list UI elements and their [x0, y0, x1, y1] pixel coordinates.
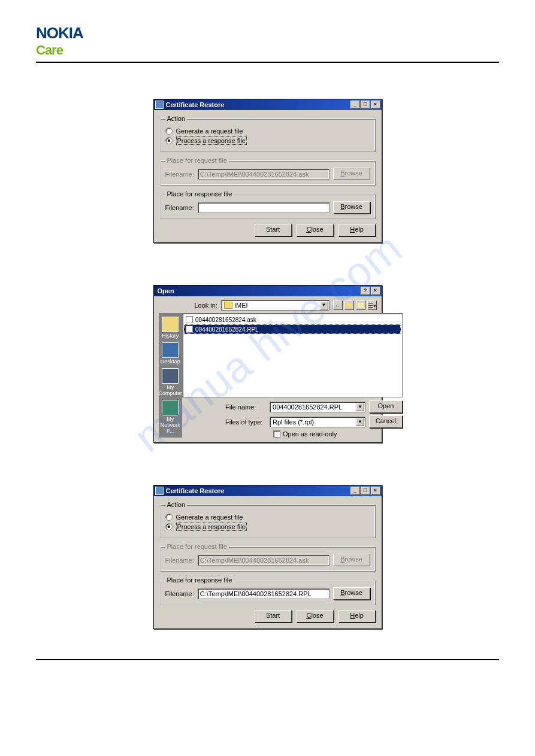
certificate-restore-dialog-2: Certificate Restore _ □ × Action Generat… — [153, 485, 382, 629]
request-filename-label: Filename: — [165, 557, 194, 564]
radio-process-label: Process a response file — [176, 136, 247, 145]
radio-generate-row[interactable]: Generate a request file — [165, 127, 370, 135]
request-legend: Place for request file — [165, 157, 229, 164]
request-file-group: Place for request file Filename: C:\Temp… — [160, 157, 376, 186]
chevron-down-icon[interactable]: ▼ — [356, 418, 364, 426]
network-icon — [162, 400, 179, 415]
certificate-restore-dialog-1: Certificate Restore _ □ × Action Generat… — [153, 99, 382, 243]
response-browse-button[interactable]: Browse — [333, 587, 370, 600]
action-group: Action Generate a request file Process a… — [160, 115, 376, 152]
my-computer-icon — [162, 368, 179, 384]
response-browse-button[interactable]: Browse — [333, 201, 370, 214]
dialog-title: Open — [155, 287, 361, 294]
readonly-checkbox[interactable] — [273, 430, 280, 438]
file-list[interactable]: 004400281652824.ask 004400281652824.RPL — [182, 313, 403, 397]
request-legend: Place for request file — [165, 543, 229, 550]
dialog-title: Certificate Restore — [166, 487, 350, 494]
radio-generate[interactable] — [165, 127, 173, 135]
filetype-combo[interactable]: Rpl files (*.rpl) ▼ — [270, 417, 365, 427]
minimize-button[interactable]: _ — [350, 101, 360, 109]
file-item-rpl[interactable]: 004400281652824.RPL — [184, 324, 401, 334]
help-button[interactable]: Help — [338, 610, 376, 623]
file-item-ask[interactable]: 004400281652824.ask — [184, 315, 401, 324]
filename-label: File name: — [225, 403, 266, 411]
response-filename-input[interactable] — [198, 202, 330, 213]
request-file-group: Place for request file Filename: C:\Temp… — [160, 543, 376, 572]
file-icon — [186, 326, 193, 333]
request-filename-input: C:\Temp\IMEI\004400281652824.ask — [198, 169, 330, 180]
brand-logo: NOKIA Care — [36, 24, 499, 58]
filename-combo[interactable]: 004400281652824.RPL ▼ — [270, 402, 365, 412]
close-dialog-button[interactable]: Close — [297, 224, 334, 236]
place-network[interactable]: My Network P... — [159, 400, 183, 434]
response-filename-label: Filename: — [165, 590, 194, 597]
request-filename-label: Filename: — [165, 171, 194, 178]
action-group: Action Generate a request file Process a… — [160, 501, 376, 538]
radio-generate-label: Generate a request file — [176, 514, 243, 521]
view-menu-icon[interactable]: ☰▾ — [367, 300, 377, 310]
new-folder-icon[interactable] — [356, 300, 365, 310]
up-folder-icon[interactable] — [344, 300, 354, 310]
readonly-label: Open as read-only — [283, 430, 337, 438]
radio-process-row[interactable]: Process a response file — [165, 136, 370, 145]
close-dialog-button[interactable]: Close — [297, 610, 334, 623]
request-filename-input: C:\Temp\IMEI\004400281652824.ask — [198, 555, 330, 566]
minimize-button[interactable]: _ — [350, 487, 360, 495]
lookin-value: IMEI — [234, 302, 319, 309]
history-icon — [162, 317, 179, 332]
response-filename-input[interactable]: C:\Temp\IMEI\004400281652824.RPL — [198, 588, 330, 599]
lookin-label: Look in: — [195, 302, 218, 309]
request-browse-button: Browse — [333, 168, 370, 180]
start-button[interactable]: Start — [255, 610, 292, 623]
close-button[interactable]: × — [371, 487, 380, 495]
footer-rule — [36, 659, 499, 660]
chevron-down-icon[interactable]: ▼ — [320, 301, 328, 309]
radio-process[interactable] — [165, 137, 173, 144]
radio-generate-row[interactable]: Generate a request file — [165, 514, 370, 521]
action-legend: Action — [165, 501, 188, 508]
close-button[interactable]: × — [371, 101, 380, 109]
response-legend: Place for response file — [165, 576, 234, 584]
place-my-computer[interactable]: My Computer — [159, 368, 183, 396]
response-file-group: Place for response file Filename: Browse — [160, 190, 376, 219]
radio-process-row[interactable]: Process a response file — [165, 523, 370, 531]
folder-icon — [224, 302, 232, 309]
filetype-value: Rpl files (*.rpl) — [271, 418, 356, 426]
radio-process[interactable] — [165, 523, 173, 530]
readonly-checkbox-row[interactable]: Open as read-only — [273, 430, 403, 438]
request-browse-button: Browse — [333, 554, 370, 566]
maximize-button[interactable]: □ — [361, 487, 370, 495]
action-legend: Action — [165, 115, 188, 122]
titlebar[interactable]: Certificate Restore _ □ × — [154, 99, 382, 110]
place-desktop[interactable]: Desktop — [161, 342, 180, 365]
help-button[interactable]: Help — [338, 224, 376, 236]
open-button[interactable]: Open — [369, 400, 403, 413]
start-button[interactable]: Start — [255, 224, 292, 236]
titlebar[interactable]: Certificate Restore _ □ × — [154, 485, 382, 496]
chevron-down-icon[interactable]: ▼ — [356, 403, 364, 411]
response-file-group: Place for response file Filename: C:\Tem… — [160, 576, 376, 605]
cancel-button[interactable]: Cancel — [369, 415, 403, 428]
response-filename-label: Filename: — [165, 204, 194, 211]
filename-value: 004400281652824.RPL — [271, 403, 356, 411]
maximize-button[interactable]: □ — [361, 101, 370, 109]
radio-generate[interactable] — [165, 514, 173, 521]
close-button[interactable]: × — [371, 287, 380, 295]
lookin-combo[interactable]: IMEI ▼ — [221, 300, 329, 311]
back-icon[interactable]: ← — [333, 300, 343, 310]
open-file-dialog: Open ? × Look in: IMEI ▼ ← — [153, 285, 382, 443]
places-bar: History Desktop My Computer My Netw — [159, 313, 183, 438]
file-icon — [186, 316, 193, 323]
dialog-title: Certificate Restore — [166, 101, 350, 108]
help-titlebar-button[interactable]: ? — [361, 287, 370, 295]
titlebar[interactable]: Open ? × — [154, 286, 382, 296]
filetype-label: Files of type: — [225, 418, 266, 426]
brand-care: Care — [36, 42, 499, 58]
radio-process-label: Process a response file — [176, 523, 247, 531]
radio-generate-label: Generate a request file — [176, 127, 243, 135]
app-icon — [155, 101, 164, 109]
place-history[interactable]: History — [162, 317, 179, 339]
response-legend: Place for response file — [165, 190, 234, 198]
app-icon — [155, 487, 164, 495]
brand-nokia: NOKIA — [36, 24, 499, 42]
